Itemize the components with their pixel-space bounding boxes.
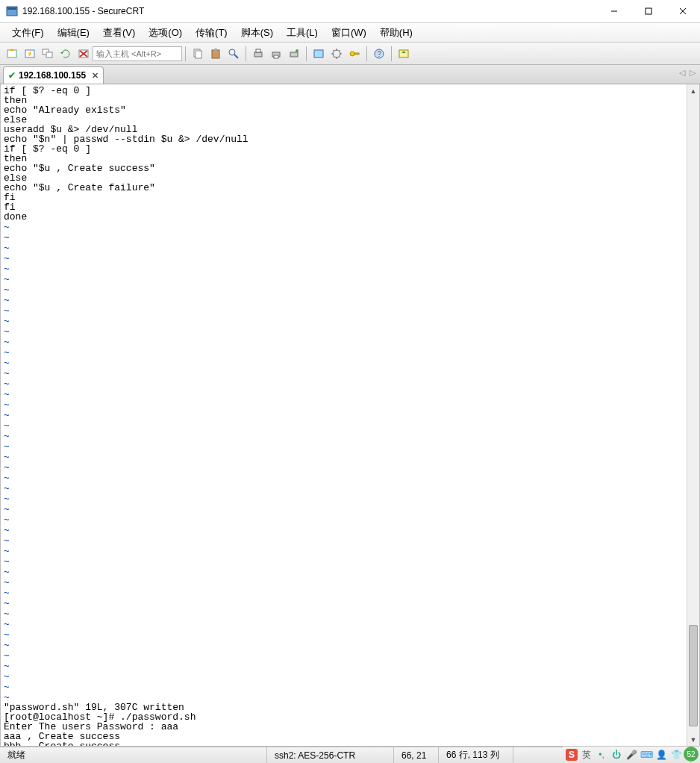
tray-keyboard-icon[interactable]: ⌨	[640, 749, 652, 761]
svg-point-27	[350, 52, 354, 56]
svg-rect-6	[7, 50, 16, 57]
minimize-button[interactable]	[597, 0, 631, 22]
toolbar: ?	[0, 43, 700, 65]
menu-script[interactable]: 脚本(S)	[235, 24, 279, 42]
window-titlebar: 192.168.100.155 - SecureCRT	[0, 0, 700, 23]
scroll-down-icon[interactable]: ▼	[687, 733, 699, 746]
tab-next-icon[interactable]: ▷	[690, 68, 696, 78]
ime-lang-icon[interactable]: 英	[581, 749, 593, 761]
menu-file[interactable]: 文件(F)	[6, 24, 50, 42]
svg-text:?: ?	[377, 50, 381, 58]
status-size: 66 行, 113 列	[439, 747, 513, 763]
ime-sogou-icon[interactable]: S	[566, 749, 578, 761]
menu-view[interactable]: 查看(V)	[97, 24, 141, 42]
toolbar-separator	[185, 46, 186, 61]
toolbar-session-options-icon[interactable]	[310, 46, 327, 62]
menu-window[interactable]: 窗口(W)	[325, 24, 372, 42]
toolbar-help-icon[interactable]: ?	[371, 46, 387, 62]
svg-rect-23	[290, 52, 298, 57]
svg-rect-20	[256, 49, 260, 52]
toolbar-key-icon[interactable]	[346, 46, 363, 62]
toolbar-host-input[interactable]	[93, 46, 182, 61]
toolbar-reconnect-all-icon[interactable]	[57, 46, 74, 62]
scroll-track[interactable]	[687, 97, 699, 733]
svg-rect-25	[314, 50, 323, 57]
menu-tools[interactable]: 工具(L)	[281, 24, 324, 42]
tray-power-icon[interactable]: ⏻	[610, 749, 622, 761]
svg-line-18	[234, 54, 238, 58]
toolbar-paste-icon[interactable]	[207, 46, 224, 62]
svg-rect-14	[196, 51, 201, 58]
toolbar-disconnect-icon[interactable]	[75, 46, 92, 62]
tabbar: ✔ 192.168.100.155 ✕ ◁ ▷	[0, 65, 700, 84]
toolbar-global-options-icon[interactable]	[328, 46, 345, 62]
toolbar-reconnect-icon[interactable]	[40, 46, 56, 62]
menubar: 文件(F) 编辑(E) 查看(V) 选项(O) 传输(T) 脚本(S) 工具(L…	[0, 23, 700, 43]
tab-label: 192.168.100.155	[19, 70, 86, 81]
tab-prev-icon[interactable]: ◁	[679, 68, 685, 78]
window-title: 192.168.100.155 - SecureCRT	[22, 6, 597, 16]
app-icon	[6, 5, 18, 17]
tab-close-icon[interactable]: ✕	[92, 71, 99, 81]
system-tray: S 英 •, ⏻ 🎤 ⌨ 👤 👕 🧰	[563, 747, 700, 763]
ime-punct-icon[interactable]: •,	[596, 749, 607, 761]
svg-rect-28	[354, 53, 359, 54]
menu-transfer[interactable]: 传输(T)	[190, 24, 234, 42]
assist-badge[interactable]: 52	[684, 747, 699, 762]
svg-point-24	[296, 49, 299, 52]
scroll-thumb[interactable]	[689, 625, 698, 726]
connected-check-icon: ✔	[8, 70, 16, 81]
close-button[interactable]	[666, 0, 700, 22]
toolbar-separator	[391, 46, 392, 61]
terminal[interactable]: if [ $? -eq 0 ] then echo "Already exist…	[1, 84, 687, 746]
toolbar-separator	[246, 46, 246, 61]
svg-rect-19	[254, 52, 262, 57]
vertical-scrollbar[interactable]: ▲ ▼	[687, 84, 699, 746]
maximize-button[interactable]	[631, 0, 666, 22]
status-ready: 就绪	[0, 747, 267, 763]
svg-rect-3	[646, 8, 651, 14]
tray-user-icon[interactable]: 👤	[655, 749, 667, 761]
svg-rect-15	[212, 50, 219, 58]
tray-mic-icon[interactable]: 🎤	[625, 749, 637, 761]
session-tab[interactable]: ✔ 192.168.100.155 ✕	[3, 66, 104, 84]
toolbar-find-icon[interactable]	[225, 46, 242, 62]
svg-point-17	[229, 49, 235, 55]
toolbar-copy-icon[interactable]	[190, 46, 206, 62]
status-protocol: ssh2: AES-256-CTR	[267, 747, 394, 763]
toolbar-print-selection-icon[interactable]	[286, 46, 302, 62]
svg-rect-1	[7, 7, 16, 10]
scroll-up-icon[interactable]: ▲	[687, 84, 699, 97]
toolbar-separator	[306, 46, 307, 61]
toolbar-connect-icon[interactable]	[4, 46, 20, 62]
toolbar-sftp-icon[interactable]	[396, 46, 412, 62]
toolbar-print-icon[interactable]	[250, 46, 266, 62]
svg-rect-16	[214, 49, 217, 51]
terminal-area: if [ $? -eq 0 ] then echo "Already exist…	[0, 84, 700, 747]
status-cursor: 66, 21	[394, 747, 439, 763]
toolbar-quick-connect-icon[interactable]	[22, 46, 38, 62]
menu-options[interactable]: 选项(O)	[143, 24, 188, 42]
toolbar-print-screen-icon[interactable]	[268, 46, 284, 62]
svg-rect-22	[274, 55, 278, 58]
tray-skin-icon[interactable]: 👕	[670, 749, 682, 761]
menu-help[interactable]: 帮助(H)	[374, 24, 419, 42]
svg-rect-9	[46, 52, 52, 57]
toolbar-separator	[366, 46, 367, 61]
menu-edit[interactable]: 编辑(E)	[51, 24, 96, 42]
